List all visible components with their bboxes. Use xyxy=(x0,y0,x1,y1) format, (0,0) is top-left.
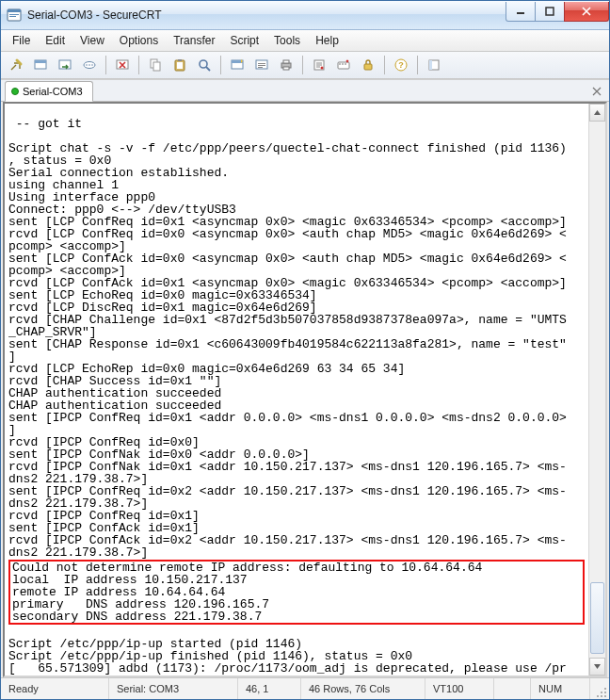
svg-point-12 xyxy=(91,64,93,66)
serial-icon[interactable] xyxy=(78,54,101,76)
toolbar-separator xyxy=(417,56,418,74)
svg-rect-24 xyxy=(258,65,265,66)
svg-rect-27 xyxy=(283,60,289,63)
print-icon[interactable] xyxy=(275,54,297,76)
svg-point-40 xyxy=(604,695,606,697)
svg-rect-25 xyxy=(258,67,263,68)
scroll-track[interactable] xyxy=(589,122,605,658)
svg-rect-2 xyxy=(9,14,19,15)
menu-view[interactable]: View xyxy=(72,32,112,49)
find-icon[interactable] xyxy=(193,54,216,76)
toolbar-separator xyxy=(302,56,303,74)
svg-rect-3 xyxy=(9,16,16,17)
svg-rect-35 xyxy=(364,64,372,70)
svg-point-11 xyxy=(88,64,90,66)
svg-rect-15 xyxy=(153,62,160,71)
menu-tools[interactable]: Tools xyxy=(266,32,308,49)
status-cursor: 46, 1 xyxy=(238,678,301,699)
menu-script[interactable]: Script xyxy=(222,32,266,49)
svg-rect-28 xyxy=(283,67,289,70)
new-session-icon[interactable] xyxy=(226,54,249,76)
app-window: Serial-COM3 - SecureCRT File Edit View O… xyxy=(0,0,610,700)
session-options-icon[interactable] xyxy=(250,54,273,76)
resize-grip-icon[interactable] xyxy=(590,677,609,700)
svg-point-44 xyxy=(601,692,602,693)
svg-point-41 xyxy=(601,695,602,697)
status-bar: Ready Serial: COM3 46, 1 46 Rows, 76 Col… xyxy=(1,677,609,699)
menu-edit[interactable]: Edit xyxy=(38,32,72,49)
minimize-button[interactable] xyxy=(506,2,536,22)
toolbar: ? xyxy=(1,52,609,79)
tab-label: Serial-COM3 xyxy=(23,86,83,97)
svg-rect-18 xyxy=(178,59,182,61)
connection-led-icon xyxy=(11,88,19,95)
title-bar[interactable]: Serial-COM3 - SecureCRT xyxy=(1,1,609,30)
status-spacer xyxy=(494,678,531,699)
close-button[interactable] xyxy=(564,2,609,22)
svg-rect-32 xyxy=(339,63,341,65)
terminal-pane[interactable]: -- got it Script chat -s -v -f /etc/ppp/… xyxy=(3,102,607,677)
disconnect-icon[interactable] xyxy=(111,54,134,76)
toolbar-separator xyxy=(138,56,139,74)
svg-rect-7 xyxy=(35,60,46,63)
terminal-output: -- got it Script chat -s -v -f /etc/ppp/… xyxy=(8,117,567,560)
status-ready: Ready xyxy=(1,678,109,699)
connect-icon[interactable] xyxy=(29,54,52,76)
svg-rect-23 xyxy=(258,63,265,64)
svg-rect-34 xyxy=(345,63,346,65)
menu-bar: File Edit View Options Transfer Script T… xyxy=(1,30,609,52)
menu-file[interactable]: File xyxy=(5,32,38,49)
maximize-button[interactable] xyxy=(535,2,565,22)
menu-options[interactable]: Options xyxy=(112,32,166,49)
svg-point-42 xyxy=(604,692,606,693)
tab-strip: Serial-COM3 xyxy=(1,79,609,102)
keymap-icon[interactable] xyxy=(332,54,355,76)
quick-connect-icon[interactable] xyxy=(5,54,27,76)
menu-transfer[interactable]: Transfer xyxy=(166,32,222,49)
svg-point-43 xyxy=(597,695,599,697)
scroll-thumb[interactable] xyxy=(590,582,604,654)
paste-icon[interactable] xyxy=(169,54,191,76)
svg-point-19 xyxy=(200,60,207,68)
toggle-tree-icon[interactable] xyxy=(423,54,445,76)
tab-close-icon[interactable] xyxy=(588,83,605,100)
window-buttons xyxy=(506,2,609,21)
app-icon xyxy=(7,8,22,23)
options-icon[interactable] xyxy=(308,54,330,76)
svg-point-45 xyxy=(604,688,606,690)
svg-rect-4 xyxy=(517,12,524,14)
scroll-down-button[interactable] xyxy=(589,658,605,676)
toolbar-separator xyxy=(384,56,385,74)
svg-rect-1 xyxy=(8,9,21,12)
window-title: Serial-COM3 - SecureCRT xyxy=(27,8,506,22)
svg-rect-17 xyxy=(177,62,183,69)
svg-rect-5 xyxy=(546,8,554,15)
highlight-line: secondary DNS address 221.179.38.7 xyxy=(12,610,262,624)
svg-point-30 xyxy=(321,67,324,70)
menu-help[interactable]: Help xyxy=(308,32,346,49)
help-icon[interactable]: ? xyxy=(390,54,412,76)
status-emulation: VT100 xyxy=(425,678,494,699)
svg-rect-33 xyxy=(342,63,344,65)
lock-icon[interactable] xyxy=(357,54,379,76)
toolbar-separator xyxy=(105,56,106,74)
highlighted-region: Could not determine remote IP address: d… xyxy=(8,560,585,625)
reconnect-icon[interactable] xyxy=(54,54,76,76)
vertical-scrollbar[interactable] xyxy=(588,104,605,676)
terminal-content: -- got it Script chat -s -v -f /etc/ppp/… xyxy=(5,104,588,676)
svg-point-10 xyxy=(86,64,88,66)
toolbar-separator xyxy=(220,56,221,74)
status-numlock: NUM xyxy=(531,678,590,699)
copy-icon[interactable] xyxy=(144,54,167,76)
status-dims: 46 Rows, 76 Cols xyxy=(301,678,425,699)
terminal-output: Script /etc/ppp/ip-up started (pid 1146)… xyxy=(8,637,567,676)
svg-text:?: ? xyxy=(398,60,404,70)
status-serial: Serial: COM3 xyxy=(109,678,238,699)
scroll-up-button[interactable] xyxy=(589,104,605,122)
tab-serial-com3[interactable]: Serial-COM3 xyxy=(5,81,93,102)
svg-rect-39 xyxy=(429,60,432,70)
